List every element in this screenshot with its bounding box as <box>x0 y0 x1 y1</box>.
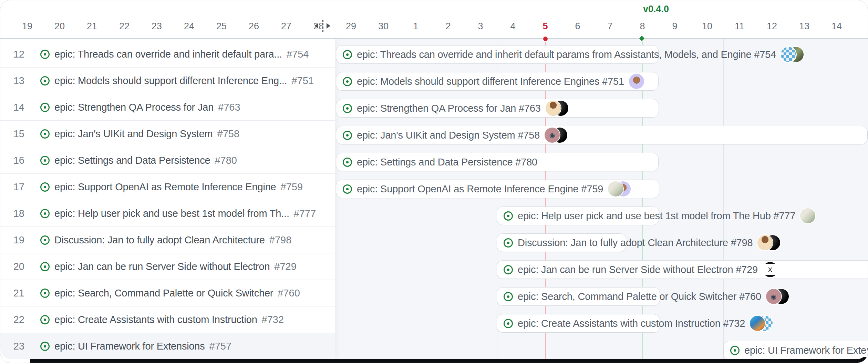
c-line <box>322 20 323 32</box>
avatar-pixel-blue <box>781 47 796 62</box>
issue-title[interactable]: epic: Jan can be run Server Side without… <box>54 261 270 272</box>
x-logo-glyph: X <box>768 266 773 273</box>
date-label-8: 8 <box>626 21 659 32</box>
mauve-eye-glyph: ◉ <box>549 132 555 139</box>
issue-bar-title: epic: Models should support different In… <box>357 76 624 87</box>
open-issue-icon <box>504 265 513 274</box>
date-label-11: 11 <box>723 21 756 32</box>
issue-bar-content: epic: Help user pick and use best 1st mo… <box>497 206 815 225</box>
issue-bar-content: epic: Jan can be run Server Side without… <box>497 260 778 279</box>
issue-bar-content: epic: Search, Command Palette or Quick S… <box>497 287 789 306</box>
issue-bar-content: epic: UI Framework for Extensions #757 <box>723 341 868 359</box>
row-number: 14 <box>0 102 24 113</box>
issue-number: #763 <box>218 102 240 113</box>
github-projects-roadmap: epic: Threads can override and inherit d… <box>0 0 868 359</box>
issue-title[interactable]: epic: Help user pick and use best 1st mo… <box>54 208 289 219</box>
row-number: 15 <box>0 128 24 140</box>
table-row[interactable]: 12epic: Threads can override and inherit… <box>0 41 335 68</box>
date-label-9: 9 <box>659 21 691 32</box>
issue-bar-content: Discussion: Jan to fully adopt Clean Arc… <box>497 233 780 252</box>
assignee-avatars: ◉ <box>766 289 789 304</box>
milestone-label: v0.4.0 <box>643 4 669 14</box>
issue-title[interactable]: epic: Create Assistants with custom Inst… <box>54 314 257 325</box>
open-issue-icon <box>343 104 352 113</box>
date-label-7: 7 <box>594 21 626 32</box>
issue-title[interactable]: epic: Search, Command Palette or Quick S… <box>54 288 273 299</box>
issue-title[interactable]: epic: Threads can override and inherit d… <box>54 49 282 60</box>
open-issue-icon <box>504 292 513 301</box>
table-rows: 12epic: Threads can override and inherit… <box>0 41 335 359</box>
table-row[interactable]: 23epic: UI Framework for Extensions#757 <box>0 333 335 359</box>
row-number: 13 <box>0 75 24 87</box>
table-row[interactable]: 19Discussion: Jan to fully adopt Clean A… <box>0 227 335 253</box>
date-label-19: 19 <box>11 21 43 32</box>
issue-number: #757 <box>209 341 232 352</box>
avatar-cyber-cat <box>750 316 765 331</box>
table-row[interactable]: 22epic: Create Assistants with custom In… <box>0 306 335 333</box>
issue-number: #754 <box>287 49 309 60</box>
date-label-22: 22 <box>108 21 141 32</box>
col-resize-cursor-icon <box>314 20 330 32</box>
avatar-mauve-eye: ◉ <box>766 289 781 304</box>
table-row[interactable]: 16epic: Settings and Data Persistence#78… <box>0 147 335 174</box>
open-issue-icon <box>40 76 50 85</box>
date-label-13: 13 <box>788 21 820 32</box>
table-row[interactable]: 21epic: Search, Command Palette or Quick… <box>0 280 335 306</box>
open-issue-icon <box>40 103 50 112</box>
today-marker-dot <box>542 36 548 42</box>
assignee-avatars: ◉ <box>545 128 567 143</box>
row-number: 22 <box>0 314 24 325</box>
issue-title[interactable]: epic: Strengthen QA Process for Jan <box>54 102 214 113</box>
date-label-30: 30 <box>367 21 400 32</box>
roadmap-window: epic: Threads can override and inherit d… <box>0 0 868 363</box>
open-issue-icon <box>343 50 352 59</box>
open-issue-icon <box>504 238 513 248</box>
table-row[interactable]: 13epic: Models should support different … <box>0 68 335 94</box>
c-left <box>314 23 318 29</box>
issue-number: #798 <box>269 234 292 246</box>
issue-number: #780 <box>215 155 237 166</box>
table-row[interactable]: 20epic: Jan can be run Server Side witho… <box>0 253 335 280</box>
date-label-12: 12 <box>756 21 788 32</box>
issue-title[interactable]: epic: Settings and Data Persistence <box>54 155 210 166</box>
open-issue-icon <box>343 184 352 194</box>
open-issue-icon <box>40 182 50 192</box>
table-row[interactable]: 15epic: Jan's UIKit and Design System#75… <box>0 121 335 147</box>
issue-title[interactable]: epic: UI Framework for Extensions <box>54 341 205 352</box>
table-row[interactable]: 18epic: Help user pick and use best 1st … <box>0 200 335 227</box>
mauve-eye-glyph: ◉ <box>771 293 777 300</box>
issue-number: #777 <box>294 208 316 219</box>
open-issue-icon <box>40 209 50 218</box>
open-issue-icon <box>343 131 352 140</box>
date-label-14: 14 <box>820 21 853 32</box>
issue-bar-title: epic: Help user pick and use best 1st mo… <box>518 210 795 222</box>
issue-title[interactable]: Discussion: Jan to fully adopt Clean Arc… <box>54 234 265 246</box>
row-number: 23 <box>0 341 24 352</box>
date-label-21: 21 <box>76 21 108 32</box>
assignee-avatars <box>757 235 780 250</box>
date-label-26: 26 <box>238 21 270 32</box>
issue-number: #729 <box>274 261 297 272</box>
date-header[interactable]: v0.4.0 192021222324252627282930123456789… <box>0 0 868 39</box>
issue-number: #751 <box>291 75 314 87</box>
date-label-25: 25 <box>205 21 238 32</box>
assignee-avatars <box>781 47 804 62</box>
issue-bar-title: epic: Threads can override and inherit d… <box>357 49 776 60</box>
row-number: 12 <box>0 49 24 60</box>
issue-bar-title: epic: Strengthen QA Process for Jan #763 <box>357 103 541 114</box>
issue-bar-content: epic: Strengthen QA Process for Jan #763 <box>336 99 568 118</box>
open-issue-icon <box>504 319 513 328</box>
issue-number: #758 <box>217 128 240 140</box>
date-label-1: 1 <box>400 21 432 32</box>
issue-title[interactable]: epic: Jan's UIKit and Design System <box>54 128 213 140</box>
assignee-avatars <box>629 74 644 89</box>
row-number: 18 <box>0 208 24 219</box>
open-issue-icon <box>40 342 50 351</box>
table-row[interactable]: 14epic: Strengthen QA Process for Jan#76… <box>0 94 335 121</box>
table-row[interactable]: 17epic: Support OpenAI as Remote Inferen… <box>0 174 335 200</box>
open-issue-icon <box>40 289 50 298</box>
issue-title[interactable]: epic: Models should support different In… <box>54 75 287 87</box>
row-number: 17 <box>0 181 24 193</box>
avatar-mauve-eye: ◉ <box>545 128 560 143</box>
issue-title[interactable]: epic: Support OpenAI as Remote Inference… <box>54 181 276 193</box>
